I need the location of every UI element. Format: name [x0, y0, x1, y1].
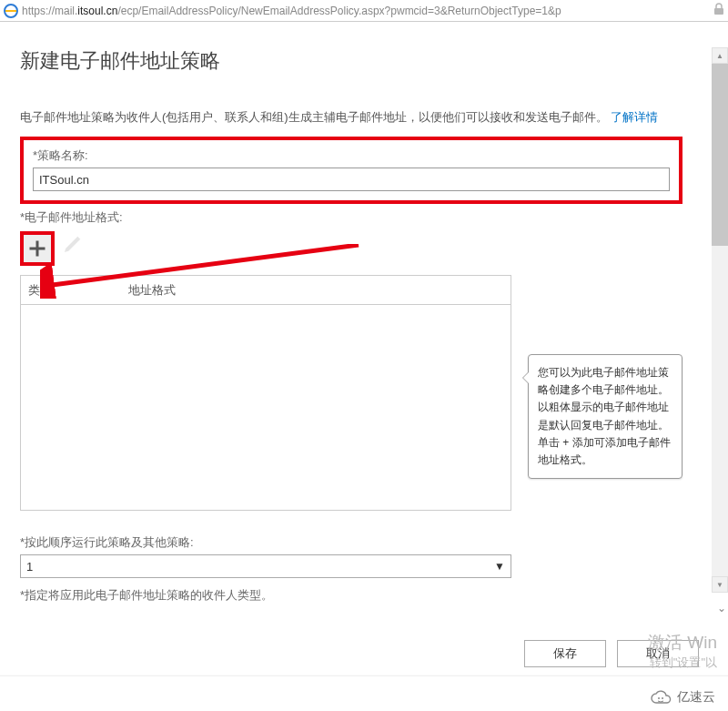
- main-panel: 新建电子邮件地址策略 电子邮件地址策略为收件人(包括用户、联系人和组)生成主辅电…: [0, 22, 728, 711]
- policy-name-highlight: *策略名称:: [20, 137, 682, 204]
- brand-logo: 亿速云: [650, 689, 715, 706]
- format-toolbar: [20, 231, 682, 266]
- table-header: 类型 地址格式: [21, 276, 511, 305]
- ie-icon: [4, 4, 18, 18]
- cancel-button[interactable]: 取消: [617, 640, 699, 667]
- address-bar[interactable]: https://mail.itsoul.cn/ecp/EmailAddressP…: [0, 0, 728, 22]
- col-format-header: 地址格式: [121, 282, 511, 299]
- policy-name-label: *策略名称:: [33, 147, 670, 164]
- scroll-down-button[interactable]: ▼: [712, 576, 728, 593]
- cloud-icon: [650, 689, 673, 706]
- email-format-label: *电子邮件地址格式:: [20, 209, 682, 226]
- help-tooltip: 您可以为此电子邮件地址策略创建多个电子邮件地址。以粗体显示的电子邮件地址是默认回…: [528, 354, 682, 479]
- add-button[interactable]: [24, 235, 51, 262]
- scrollbar-track: ▲ ▼: [712, 47, 728, 593]
- lock-icon: [713, 3, 724, 18]
- scrollbar-thumb[interactable]: [712, 64, 728, 246]
- edit-button[interactable]: [62, 231, 86, 255]
- format-table: 类型 地址格式: [20, 275, 511, 511]
- svg-rect-1: [714, 8, 723, 15]
- plus-icon: [29, 240, 46, 257]
- learn-more-link[interactable]: 了解详情: [611, 110, 658, 124]
- url-text: https://mail.itsoul.cn/ecp/EmailAddressP…: [22, 5, 708, 17]
- divider: [0, 675, 728, 676]
- svg-point-4: [662, 697, 663, 699]
- page-title: 新建电子邮件地址策略: [20, 47, 708, 75]
- order-selected-value: 1: [26, 560, 33, 574]
- save-button[interactable]: 保存: [524, 640, 606, 667]
- chevron-down-icon[interactable]: ⌄: [717, 602, 726, 615]
- scroll-up-button[interactable]: ▲: [712, 47, 728, 64]
- edit-icon: [62, 231, 86, 255]
- add-button-highlight: [20, 231, 55, 266]
- brand-text: 亿速云: [677, 689, 715, 706]
- table-body: [21, 305, 511, 510]
- description-text: 电子邮件地址策略为收件人(包括用户、联系人和组)生成主辅电子邮件地址，以便他们可…: [20, 110, 608, 124]
- vertical-scrollbar[interactable]: ▲ ▼: [712, 47, 728, 593]
- order-label: *按此顺序运行此策略及其他策略:: [20, 534, 682, 551]
- chevron-down-icon: ▼: [494, 560, 505, 573]
- col-type-header: 类型: [21, 282, 121, 299]
- svg-point-3: [658, 697, 660, 699]
- order-select[interactable]: 1 ▼: [20, 554, 511, 578]
- footer-actions: 保存 取消: [524, 640, 699, 667]
- policy-name-input[interactable]: [33, 168, 670, 191]
- recipient-type-label: *指定将应用此电子邮件地址策略的收件人类型。: [20, 587, 682, 604]
- page-description: 电子邮件地址策略为收件人(包括用户、联系人和组)生成主辅电子邮件地址，以便他们可…: [20, 107, 682, 127]
